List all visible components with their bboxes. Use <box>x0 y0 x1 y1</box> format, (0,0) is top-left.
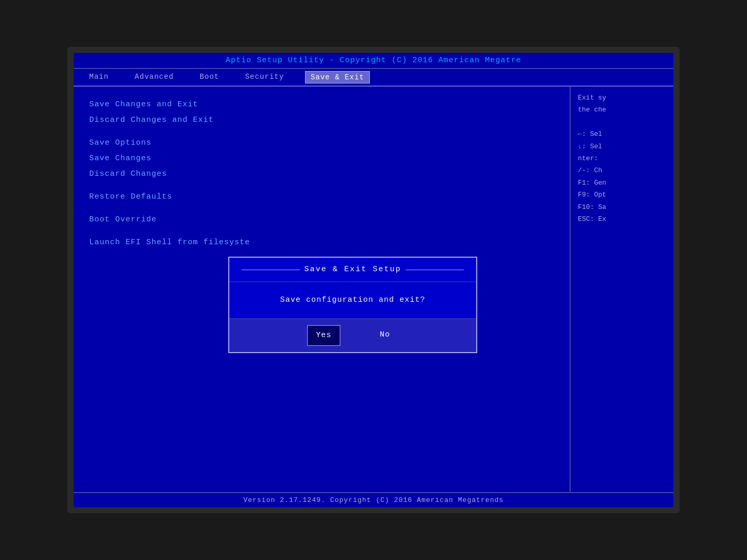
spacer-1 <box>89 128 554 135</box>
help-line-7: F1: Gen <box>578 179 606 187</box>
menu-discard-changes[interactable]: Discard Changes <box>89 166 554 182</box>
dialog-message: Save configuration and exit? <box>280 296 425 304</box>
menu-save-and-exit[interactable]: Save Changes and Exit <box>89 97 554 113</box>
main-panel: Save Changes and Exit Discard Changes an… <box>74 87 570 492</box>
bios-header: Aptio Setup Utility - Copyright (C) 2016… <box>74 53 673 69</box>
nav-security[interactable]: Security <box>240 71 289 83</box>
header-title: Aptio Setup Utility - Copyright (C) 2016… <box>226 56 521 65</box>
spacer-2 <box>89 182 554 189</box>
menu-restore-defaults[interactable]: Restore Defaults <box>89 189 554 205</box>
menu-discard-and-exit[interactable]: Discard Changes and Exit <box>89 113 554 128</box>
help-line-10: ESC: Ex <box>578 215 606 223</box>
help-line-4: ↓: Sel <box>578 143 602 150</box>
bios-screen: Aptio Setup Utility - Copyright (C) 2016… <box>67 47 680 513</box>
help-line-8: F9: Opt <box>578 191 606 199</box>
dialog-box[interactable]: Save & Exit Setup Save configuration and… <box>228 257 477 353</box>
menu-save-options[interactable]: Save Options <box>89 135 554 151</box>
help-line-2: the che <box>578 106 606 114</box>
bios-body: Save Changes and Exit Discard Changes an… <box>74 87 673 492</box>
dialog-title: Save & Exit Setup <box>304 262 401 277</box>
help-line-6: /-: Ch <box>578 166 602 174</box>
spacer-3 <box>89 205 554 212</box>
dialog-no-button[interactable]: No <box>371 325 398 346</box>
help-line-5: nter: <box>578 155 598 162</box>
dialog-content: Save configuration and exit? <box>229 282 476 318</box>
help-line-3: ←: Sel <box>578 130 602 138</box>
nav-advanced[interactable]: Advanced <box>130 71 179 83</box>
nav-boot[interactable]: Boot <box>195 71 225 83</box>
menu-launch-efi[interactable]: Launch EFI Shell from filesyste <box>89 235 554 250</box>
nav-main[interactable]: Main <box>84 71 114 83</box>
right-panel-help: Exit sy the che ←: Sel ↓: Sel nter: /-: … <box>578 92 666 225</box>
dialog-buttons: Yes No <box>229 318 476 352</box>
dialog-title-bar: Save & Exit Setup <box>229 258 476 282</box>
menu-save-changes[interactable]: Save Changes <box>89 151 554 166</box>
menu-boot-override[interactable]: Boot Override <box>89 212 554 228</box>
bios-nav: Main Advanced Boot Security Save & Exit <box>74 69 673 87</box>
dialog-yes-button[interactable]: Yes <box>307 325 340 346</box>
nav-save-exit[interactable]: Save & Exit <box>305 71 370 83</box>
dialog-title-line-left <box>242 270 300 270</box>
footer-text: Version 2.17.1249. Copyright (C) 2016 Am… <box>243 496 504 504</box>
dialog-title-line-right <box>406 270 464 270</box>
bios-footer: Version 2.17.1249. Copyright (C) 2016 Am… <box>74 492 673 507</box>
help-line-1: Exit sy <box>578 94 606 102</box>
help-line-9: F10: Sa <box>578 203 606 211</box>
spacer-4 <box>89 228 554 235</box>
right-panel: Exit sy the che ←: Sel ↓: Sel nter: /-: … <box>570 87 673 492</box>
